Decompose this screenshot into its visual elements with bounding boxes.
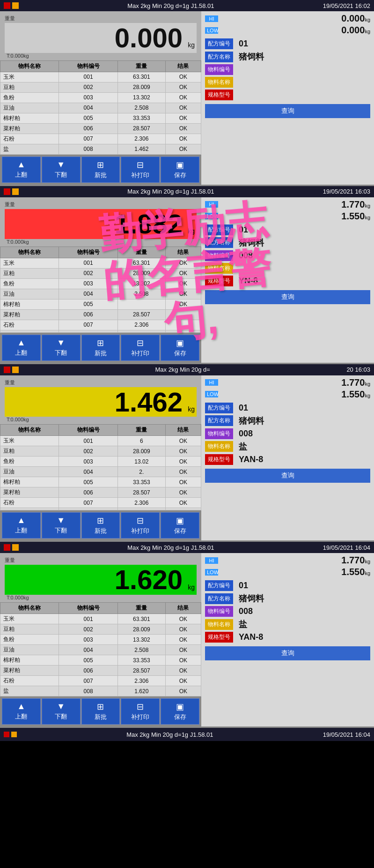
status-icon-orange (12, 188, 19, 195)
btn-label-1: 下翻 (55, 526, 67, 535)
cell-weight (117, 330, 165, 332)
bottom-btn-1[interactable]: ▼ 下翻 (42, 698, 81, 725)
table-row: 棉籽粕 005 33.353 OK (0, 655, 201, 666)
info-label-btn-2[interactable]: 物料编号 (205, 64, 233, 75)
th-0: 物料名称 (0, 425, 59, 436)
bottom-btn-2[interactable]: ⊞ 新批 (81, 335, 120, 361)
cell-weight: 2.306 (117, 498, 165, 508)
th-2: 重量 (117, 60, 165, 72)
partial-center: Max 2kg Min 20g d=1g J1.58.01 (126, 731, 213, 738)
btn-label-1: 下翻 (55, 712, 67, 721)
info-label-btn-1[interactable]: 配方名称 (205, 237, 233, 248)
info-label-btn-4[interactable]: 规格型号 (205, 454, 233, 465)
info-label-btn-0[interactable]: 配方编号 (205, 403, 233, 413)
info-label-btn-4[interactable]: 规格型号 (205, 276, 233, 286)
cell-weight: 28.507 (117, 666, 165, 676)
table-row: 盐 008 1.620 OK (0, 686, 201, 696)
table-header-row: 物料名称物料编号重量结果 (0, 603, 201, 614)
cell-weight: 33.353 (117, 655, 165, 666)
lo-row: LOW 1.550kg (205, 389, 370, 400)
table-row: 鱼粉 003 13.302 OK (0, 92, 201, 103)
status-right: 20 16:03 (346, 366, 370, 373)
cell-result (165, 508, 201, 510)
info-label-btn-4[interactable]: 规格型号 (205, 632, 233, 643)
info-label-btn-4[interactable]: 规格型号 (205, 90, 233, 100)
bottom-btn-4[interactable]: ▣ 保存 (161, 698, 199, 725)
btn-icon-3: ⊟ (137, 516, 144, 526)
query-button[interactable]: 查询 (205, 290, 370, 304)
bottom-btn-4[interactable]: ▣ 保存 (161, 335, 199, 361)
bottom-btn-1[interactable]: ▼ 下翻 (42, 157, 81, 183)
info-label-btn-1[interactable]: 配方名称 (205, 415, 233, 426)
query-button[interactable]: 查询 (205, 469, 370, 483)
btn-icon-3: ⊟ (137, 160, 144, 170)
hi-unit: kg (365, 17, 370, 22)
panel-panel2: Max 2kg Min 20g d=1g J1.58.01 19/05/2021… (0, 186, 374, 364)
info-label-btn-0[interactable]: 配方编号 (205, 580, 233, 591)
info-row-0: 配方编号 01 (205, 38, 370, 49)
cell-weight: 28.507 (117, 309, 165, 320)
cell-material-name: 鱼粉 (0, 92, 59, 103)
bottom-btn-3[interactable]: ⊟ 补打印 (121, 157, 160, 183)
cell-material-code (59, 330, 117, 332)
table-row: 豆油 004 2.508 OK (0, 289, 201, 299)
info-value-0: 01 (235, 403, 370, 413)
bottom-btn-0[interactable]: ▲ 上翻 (2, 512, 41, 539)
table-row: 石粉 007 2.306 OK (0, 676, 201, 686)
bottom-btn-1[interactable]: ▼ 下翻 (42, 512, 81, 539)
bottom-btn-2[interactable]: ⊞ 新批 (81, 698, 120, 725)
cell-material-name: 石粉 (0, 498, 59, 508)
btn-label-3: 补打印 (131, 713, 149, 721)
table-row: 豆粕 002 28.009 OK (0, 446, 201, 456)
btn-icon-4: ▣ (176, 160, 184, 170)
query-button[interactable]: 查询 (205, 104, 370, 118)
btn-icon-2: ⊞ (97, 160, 104, 170)
status-left (4, 544, 19, 551)
info-row-1: 配方名称 猪饲料 (205, 237, 370, 248)
info-label-btn-3[interactable]: 物料名称 (205, 441, 233, 452)
status-center: Max 2kg Min 20g d= (155, 366, 210, 373)
info-label-btn-3[interactable]: 物料名称 (205, 77, 233, 88)
bottom-btn-0[interactable]: ▲ 上翻 (2, 335, 41, 361)
bottom-btn-0[interactable]: ▲ 上翻 (2, 157, 41, 183)
bottom-btn-1[interactable]: ▼ 下翻 (42, 335, 81, 361)
table-row: 菜籽粕 006 28.507 OK (0, 487, 201, 498)
bottom-btn-3[interactable]: ⊟ 补打印 (121, 512, 160, 539)
info-value-2: 008 (235, 606, 370, 616)
bottom-btn-3[interactable]: ⊟ 补打印 (121, 335, 160, 361)
bottom-btn-0[interactable]: ▲ 上翻 (2, 698, 41, 725)
bottom-btn-2[interactable]: ⊞ 新批 (81, 157, 120, 183)
info-row-3: 物料名称 盐 (205, 441, 370, 452)
info-label-btn-1[interactable]: 配方名称 (205, 593, 233, 604)
info-label-btn-2[interactable]: 物料编号 (205, 428, 233, 439)
info-row-3: 物料名称 盐 (205, 619, 370, 630)
info-label-btn-3[interactable]: 物料名称 (205, 263, 233, 274)
query-button[interactable]: 查询 (205, 646, 370, 660)
cell-material-name: 豆油 (0, 645, 59, 655)
info-label-btn-2[interactable]: 物料编号 (205, 250, 233, 261)
lo-row: LOW 1.550kg (205, 211, 370, 222)
bottom-btn-3[interactable]: ⊟ 补打印 (121, 698, 160, 725)
info-label-btn-0[interactable]: 配方编号 (205, 38, 233, 49)
bottom-btn-2[interactable]: ⊞ 新批 (81, 512, 120, 539)
btn-icon-2: ⊞ (97, 702, 104, 712)
info-label-btn-1[interactable]: 配方名称 (205, 52, 233, 62)
bottom-btn-4[interactable]: ▣ 保存 (161, 157, 199, 183)
cell-material-code: 001 (59, 258, 117, 268)
table-row: 豆粕 002 28.009 OK (0, 82, 201, 92)
cell-result: OK (165, 624, 201, 635)
info-label-btn-3[interactable]: 物料名称 (205, 619, 233, 630)
info-label-btn-2[interactable]: 物料编号 (205, 606, 233, 617)
info-row-4: 规格型号 YAN-8 (205, 632, 370, 643)
cell-result: OK (165, 103, 201, 113)
table-row: 玉米 001 63.301 OK (0, 614, 201, 624)
info-label-btn-0[interactable]: 配方编号 (205, 224, 233, 235)
panel-panel1: Max 2kg Min 20g d=1g J1.58.01 19/05/2021… (0, 0, 374, 186)
panel-panel3: Max 2kg Min 20g d= 20 16:03 重量 1.462 kg … (0, 364, 374, 542)
weight-unit: kg (188, 228, 195, 235)
btn-label-2: 新批 (95, 527, 107, 535)
table-header-row: 物料名称物料编号重量结果 (0, 425, 201, 436)
bottom-btn-4[interactable]: ▣ 保存 (161, 512, 199, 539)
hi-value: 0.000kg (220, 13, 370, 24)
cell-result: OK (165, 123, 201, 134)
